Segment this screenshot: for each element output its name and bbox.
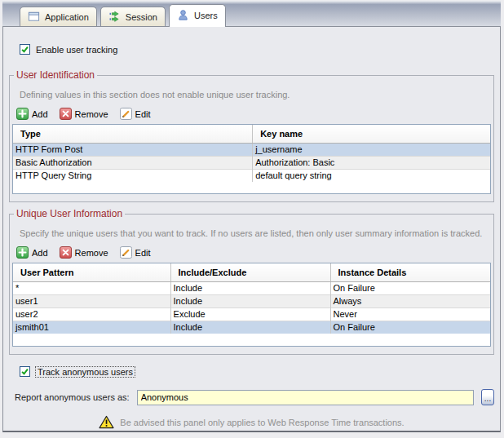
table-cell[interactable]: default query string (253, 169, 490, 182)
track-anonymous-checkbox[interactable] (20, 366, 30, 377)
table-cell[interactable]: Include (170, 281, 330, 294)
table-cell[interactable]: Never (330, 307, 490, 321)
identification-table-wrap: TypeKey nameHTTP Form Postj_usernameBasi… (12, 124, 491, 194)
unique-user-information-group: Unique User Information Specify the uniq… (9, 208, 494, 355)
identification-table: TypeKey nameHTTP Form Postj_usernameBasi… (13, 125, 490, 182)
table-toolbar: Add Remove Edit (16, 246, 491, 259)
table-cell[interactable]: user1 (13, 294, 170, 307)
column-header[interactable]: Include/Exclude (170, 263, 330, 281)
add-button-label: Add (32, 109, 48, 119)
table-row[interactable]: HTTP Query Stringdefault query string (13, 169, 490, 182)
tab-bar: Application Session Users (2, 1, 501, 26)
edit-button[interactable]: Edit (120, 108, 151, 120)
warning-icon (99, 415, 114, 429)
table-row[interactable]: HTTP Form Postj_username (13, 143, 490, 156)
report-anonymous-input[interactable] (137, 390, 474, 405)
tab-label: Users (194, 11, 218, 20)
edit-button-label: Edit (135, 248, 151, 258)
add-button[interactable]: Add (16, 246, 48, 259)
edit-button[interactable]: Edit (120, 246, 151, 259)
checkmark-icon (20, 366, 29, 377)
remove-button[interactable]: Remove (60, 246, 108, 259)
table-cell[interactable]: Include (170, 321, 330, 334)
group-title: Unique User Information (14, 208, 125, 219)
report-anonymous-row: Report anonymous users as: ... (15, 389, 494, 405)
remove-button-label: Remove (75, 248, 108, 258)
checkmark-icon (20, 44, 29, 55)
column-header[interactable]: User Pattern (13, 263, 170, 281)
tab-users[interactable]: Users (169, 4, 226, 27)
table-toolbar: Add Remove Edit (16, 108, 491, 120)
add-icon (16, 246, 29, 259)
column-header[interactable]: Type (13, 125, 253, 143)
table-cell[interactable]: Always (330, 294, 490, 307)
tab-label: Application (45, 12, 89, 22)
table-cell[interactable]: j_username (253, 143, 490, 156)
column-header[interactable]: Instance Details (330, 263, 490, 281)
enable-user-tracking-label: Enable user tracking (36, 45, 117, 55)
user-identification-group: User Identification Defining values in t… (9, 69, 494, 202)
table-cell[interactable]: * (13, 281, 170, 294)
table-cell[interactable]: Include (170, 294, 330, 307)
table-row[interactable]: jsmith01IncludeOn Failure (13, 321, 490, 334)
edit-icon (120, 246, 132, 259)
users-tab-content: Enable user tracking User Identification… (2, 26, 501, 432)
edit-icon (120, 108, 132, 120)
track-anonymous-row: Track anonymous users (20, 366, 494, 377)
table-header-row: User PatternInclude/ExcludeInstance Deta… (13, 263, 490, 281)
table-header-row: TypeKey name (13, 125, 490, 143)
table-cell[interactable]: HTTP Query String (13, 169, 253, 182)
table-cell[interactable]: jsmith01 (13, 321, 170, 334)
add-button-label: Add (32, 248, 48, 258)
add-button[interactable]: Add (16, 108, 48, 120)
table-cell[interactable]: On Failure (330, 321, 490, 334)
user-icon (177, 9, 190, 22)
remove-icon (60, 108, 72, 120)
table-cell[interactable]: Basic Authorization (13, 156, 253, 169)
table-row[interactable]: *IncludeOn Failure (13, 281, 490, 294)
warning-text: Be advised this panel only applies to We… (120, 418, 404, 427)
group-description: Specify the unique users that you want t… (20, 228, 491, 238)
report-anonymous-label: Report anonymous users as: (15, 392, 130, 402)
table-cell[interactable]: On Failure (330, 281, 490, 294)
warning-row: Be advised this panel only applies to We… (9, 415, 494, 429)
table-cell[interactable]: user2 (13, 307, 170, 321)
table-row[interactable]: user1IncludeAlways (13, 294, 490, 307)
window-icon (28, 11, 41, 24)
remove-icon (60, 246, 72, 259)
table-row[interactable]: Basic AuthorizationAuthorization: Basic (13, 156, 490, 169)
session-arrows-icon (108, 11, 122, 24)
tab-label: Session (126, 12, 157, 22)
remove-button-label: Remove (75, 109, 108, 119)
unique-users-table: User PatternInclude/ExcludeInstance Deta… (13, 263, 490, 334)
enable-user-tracking-checkbox[interactable] (20, 44, 30, 55)
users-settings-panel: Application Session Users (2, 1, 501, 432)
table-cell[interactable]: Authorization: Basic (253, 156, 490, 169)
unique-users-table-wrap: User PatternInclude/ExcludeInstance Deta… (12, 263, 491, 347)
group-description: Defining values in this section does not… (20, 90, 491, 100)
edit-button-label: Edit (135, 109, 151, 119)
remove-button[interactable]: Remove (60, 108, 108, 120)
table-cell[interactable]: HTTP Form Post (13, 143, 253, 156)
column-header[interactable]: Key name (253, 125, 490, 143)
table-cell[interactable]: Exclude (170, 307, 330, 321)
add-icon (16, 108, 29, 120)
track-anonymous-label: Track anonymous users (36, 367, 135, 377)
group-title: User Identification (14, 69, 97, 81)
table-row[interactable]: user2ExcludeNever (13, 307, 490, 321)
enable-user-tracking-row: Enable user tracking (20, 44, 494, 55)
tab-session[interactable]: Session (100, 7, 166, 26)
browse-button[interactable]: ... (481, 389, 494, 405)
tab-application[interactable]: Application (20, 7, 97, 26)
